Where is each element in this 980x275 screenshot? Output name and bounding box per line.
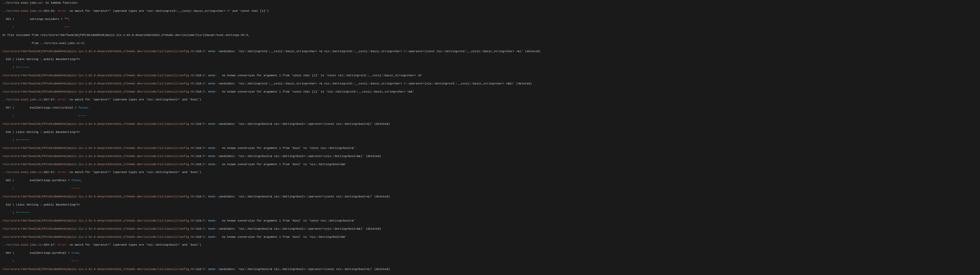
terminal-line: | ^~~ — [2, 25, 978, 29]
terminal-line: 318 | class Setting : public BaseSetting… — [2, 203, 978, 207]
terminal-line: ../src/nix-eval-jobs.cc:364:37: error: n… — [2, 243, 978, 247]
terminal-line: /nix/store/rb6rfwvml36jf8fc6ksdmd9h40j6p… — [2, 122, 978, 126]
terminal-line: 353 | settings.builders = ""; — [2, 17, 978, 21]
terminal-line: /nix/store/rb6rfwvml36jf8fc6ksdmd9h40j6p… — [2, 267, 978, 271]
terminal-line: /nix/store/rb6rfwvml36jf8fc6ksdmd9h40j6p… — [2, 49, 978, 54]
terminal-line: | ^~~~~~~~ — [2, 65, 978, 70]
terminal-line: /nix/store/rb6rfwvml36jf8fc6ksdmd9h40j6p… — [2, 154, 978, 158]
terminal-line: /nix/store/rb6rfwvml36jf8fc6ksdmd9h40j6p… — [2, 235, 978, 239]
terminal-line: from ../src/nix-eval-jobs.cc:3: — [2, 41, 978, 45]
terminal-line: /nix/store/rb6rfwvml36jf8fc6ksdmd9h40j6p… — [2, 74, 978, 78]
terminal-line: /nix/store/rb6rfwvml36jf8fc6ksdmd9h40j6p… — [2, 146, 978, 150]
terminal-line: /nix/store/rb6rfwvml36jf8fc6ksdmd9h40j6p… — [2, 162, 978, 167]
terminal-line: ../src/nix-eval-jobs.cc: In lambda funct… — [2, 1, 978, 5]
terminal-line: | ^~~~ — [2, 259, 978, 263]
terminal-line: In file included from /nix/store/rb6rfwv… — [2, 33, 978, 37]
terminal-line: /nix/store/rb6rfwvml36jf8fc6ksdmd9h40j6p… — [2, 195, 978, 199]
terminal-line: | ^~~~~ — [2, 187, 978, 191]
terminal-line: 364 | evalSettings.pureEval = true; — [2, 251, 978, 255]
terminal-output: ../src/nix-eval-jobs.cc: In lambda funct… — [0, 0, 980, 275]
terminal-line: 318 | class Setting : public BaseSetting… — [2, 57, 978, 61]
terminal-line: /nix/store/rb6rfwvml36jf8fc6ksdmd9h40j6p… — [2, 90, 978, 94]
terminal-line: ../src/nix-eval-jobs.cc:353:29: error: n… — [2, 9, 978, 13]
terminal-line: /nix/store/rb6rfwvml36jf8fc6ksdmd9h40j6p… — [2, 219, 978, 223]
terminal-line: 318 | class Setting : public BaseSetting… — [2, 130, 978, 134]
terminal-line: /nix/store/rb6rfwvml36jf8fc6ksdmd9h40j6p… — [2, 227, 978, 231]
terminal-line: | ^~~~~ — [2, 114, 978, 118]
terminal-line: 357 | evalSettings.restrictEval = false; — [2, 106, 978, 110]
terminal-line: ../src/nix-eval-jobs.cc:357:37: error: n… — [2, 98, 978, 102]
terminal-line: ../src/nix-eval-jobs.cc:362:37: error: n… — [2, 170, 978, 174]
terminal-line: | ^~~~~~~~ — [2, 138, 978, 142]
terminal-line: /nix/store/rb6rfwvml36jf8fc6ksdmd9h40j6p… — [2, 82, 978, 86]
terminal-line: | ^~~~~~~~ — [2, 211, 978, 215]
terminal-line: 362 | evalSettings.pureEval = false; — [2, 178, 978, 183]
